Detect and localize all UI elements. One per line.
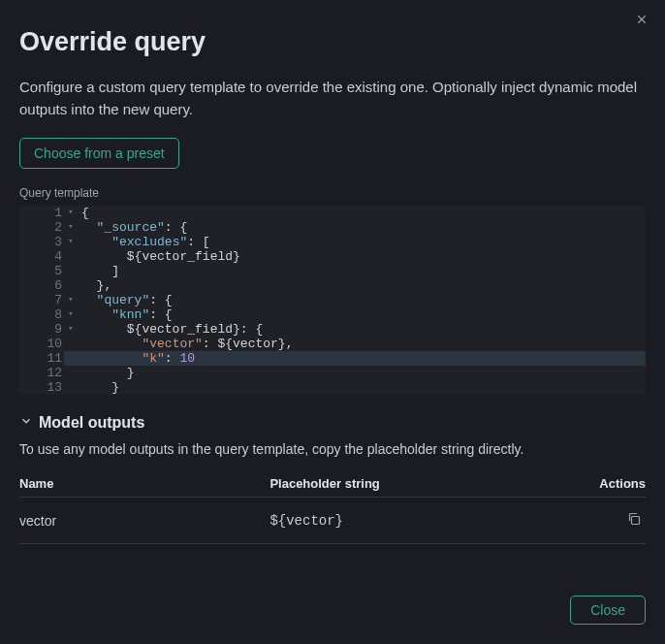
model-outputs-toggle[interactable]: Model outputs xyxy=(19,414,646,432)
output-actions xyxy=(587,498,646,544)
model-outputs-title: Model outputs xyxy=(39,414,144,432)
editor-line[interactable]: 2▾ "_source": { xyxy=(19,220,646,235)
code-content: ${vector_field} xyxy=(78,249,646,264)
model-outputs-table: Name Placeholder string Actions vector${… xyxy=(19,470,646,544)
line-number: 13 xyxy=(19,380,64,395)
code-content: ${vector_field}: { xyxy=(78,322,646,337)
line-number: 7 xyxy=(19,293,64,307)
fold-icon[interactable]: ▾ xyxy=(64,322,78,337)
line-number: 2 xyxy=(19,220,64,235)
editor-line[interactable]: 9▾ ${vector_field}: { xyxy=(19,322,646,337)
fold-icon xyxy=(64,337,78,351)
col-name: Name xyxy=(19,470,269,498)
line-number: 5 xyxy=(19,264,64,278)
code-content: }, xyxy=(78,278,646,293)
code-content: ] xyxy=(78,264,646,278)
fold-icon[interactable]: ▾ xyxy=(64,307,78,322)
editor-line[interactable]: 10 "vector": ${vector}, xyxy=(19,337,646,351)
code-content: "k": 10 xyxy=(78,351,646,366)
close-button[interactable]: Close xyxy=(570,596,646,625)
code-content: "excludes": [ xyxy=(78,235,646,249)
editor-line[interactable]: 12 } xyxy=(19,366,646,380)
line-number: 1 xyxy=(19,206,64,220)
editor-line[interactable]: 13 } xyxy=(19,380,646,395)
dialog-description: Configure a custom query template to ove… xyxy=(19,77,646,120)
line-number: 8 xyxy=(19,307,64,322)
code-content: "_source": { xyxy=(78,220,646,235)
dialog-title: Override query xyxy=(19,27,646,57)
copy-button[interactable] xyxy=(622,507,646,533)
fold-icon xyxy=(64,249,78,264)
editor-line[interactable]: 7▾ "query": { xyxy=(19,293,646,307)
line-number: 11 xyxy=(19,351,64,366)
fold-icon xyxy=(64,264,78,278)
fold-icon xyxy=(64,278,78,293)
output-name: vector xyxy=(19,498,269,544)
editor-label: Query template xyxy=(19,186,646,200)
query-template-editor[interactable]: 1▾{2▾ "_source": {3▾ "excludes": [4 ${ve… xyxy=(19,206,646,395)
editor-line[interactable]: 1▾{ xyxy=(19,206,646,220)
col-placeholder: Placeholder string xyxy=(269,470,587,498)
editor-line[interactable]: 3▾ "excludes": [ xyxy=(19,235,646,249)
choose-preset-button[interactable]: Choose from a preset xyxy=(19,138,179,169)
model-outputs-description: To use any model outputs in the query te… xyxy=(19,441,646,457)
copy-icon xyxy=(626,515,642,530)
fold-icon[interactable]: ▾ xyxy=(64,293,78,307)
line-number: 10 xyxy=(19,337,64,351)
col-actions: Actions xyxy=(587,470,646,498)
code-content: "vector": ${vector}, xyxy=(78,337,646,351)
close-icon[interactable] xyxy=(636,12,651,27)
code-content: } xyxy=(78,366,646,380)
fold-icon[interactable]: ▾ xyxy=(64,220,78,235)
fold-icon[interactable]: ▾ xyxy=(64,206,78,220)
editor-line[interactable]: 4 ${vector_field} xyxy=(19,249,646,264)
fold-icon[interactable]: ▾ xyxy=(64,235,78,249)
fold-icon xyxy=(64,380,78,395)
code-content: "query": { xyxy=(78,293,646,307)
editor-line[interactable]: 5 ] xyxy=(19,264,646,278)
svg-rect-0 xyxy=(632,517,640,525)
output-placeholder: ${vector} xyxy=(269,498,587,544)
code-content: { xyxy=(78,206,646,220)
line-number: 9 xyxy=(19,322,64,337)
line-number: 3 xyxy=(19,235,64,249)
line-number: 6 xyxy=(19,278,64,293)
editor-line[interactable]: 8▾ "knn": { xyxy=(19,307,646,322)
fold-icon xyxy=(64,366,78,380)
chevron-down-icon xyxy=(19,414,33,432)
table-row: vector${vector} xyxy=(19,498,646,544)
fold-icon xyxy=(64,351,78,366)
code-content: } xyxy=(78,380,646,395)
code-content: "knn": { xyxy=(78,307,646,322)
editor-line[interactable]: 6 }, xyxy=(19,278,646,293)
editor-line[interactable]: 11 "k": 10 xyxy=(19,351,646,366)
line-number: 4 xyxy=(19,249,64,264)
line-number: 12 xyxy=(19,366,64,380)
